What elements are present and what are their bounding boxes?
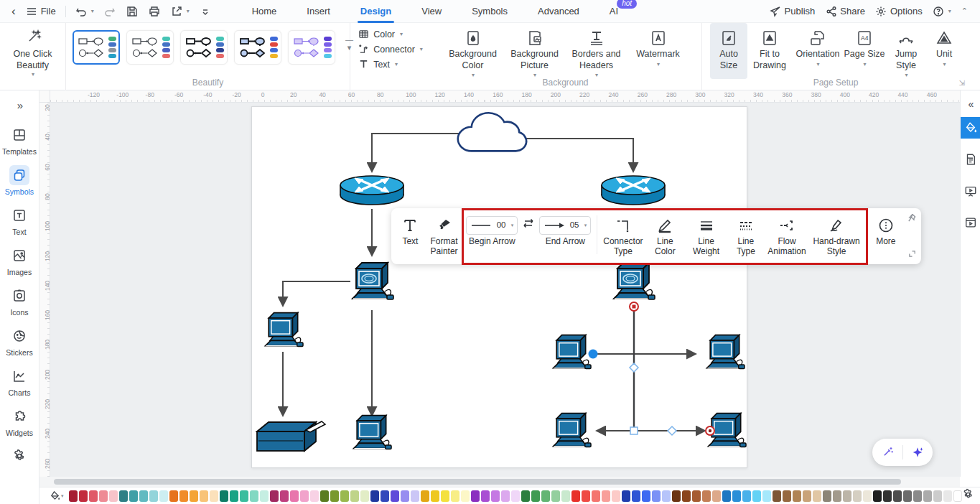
help-button[interactable]: ▾ <box>928 0 956 23</box>
color-swatch[interactable] <box>230 490 238 502</box>
options-button[interactable]: Options <box>870 0 928 23</box>
color-swatch[interactable] <box>933 490 942 502</box>
color-swatch[interactable] <box>561 490 570 502</box>
color-swatch[interactable] <box>682 490 691 502</box>
color-swatch[interactable] <box>863 490 872 502</box>
one-click-beautify-button[interactable]: One Click Beautify ▾ <box>1 23 65 78</box>
color-swatch[interactable] <box>702 490 711 502</box>
color-swatch[interactable] <box>169 490 178 502</box>
workstation-row1-left[interactable] <box>554 335 591 369</box>
ft-text-button[interactable]: Text <box>396 214 425 247</box>
color-swatch[interactable] <box>511 490 520 502</box>
tab-home[interactable]: Home <box>245 0 284 23</box>
server-right[interactable] <box>614 263 655 299</box>
color-swatch[interactable] <box>893 490 902 502</box>
sidebar-item-text[interactable]: Text <box>9 205 29 236</box>
swap-arrows-button[interactable] <box>522 214 535 233</box>
color-swatch[interactable] <box>79 490 88 502</box>
color-swatch[interactable] <box>421 490 429 502</box>
color-swatch[interactable] <box>360 490 369 502</box>
color-swatch[interactable] <box>461 490 470 502</box>
color-swatch[interactable] <box>300 490 309 502</box>
ft-end-arrow-control[interactable]: 05 ▾ End Arrow <box>536 214 594 247</box>
color-swatch[interactable] <box>190 490 198 502</box>
beautify-style-1[interactable] <box>73 30 120 65</box>
borders-headers-button[interactable]: Borders and Headers ▾ <box>566 23 627 79</box>
ft-line-color-button[interactable]: Line Color <box>646 214 685 257</box>
color-swatch[interactable] <box>99 490 108 502</box>
begin-arrow-dropdown[interactable]: 00 ▾ <box>466 216 518 235</box>
color-swatch[interactable] <box>873 490 882 502</box>
redo-button[interactable] <box>99 0 121 23</box>
color-swatch[interactable] <box>401 490 409 502</box>
color-swatch[interactable] <box>481 490 490 502</box>
color-swatch[interactable] <box>742 490 751 502</box>
color-swatch[interactable] <box>803 490 811 502</box>
text-menu[interactable]: Text ▾ <box>358 59 423 70</box>
ft-format-painter-button[interactable]: Format Painter <box>425 214 464 257</box>
palette-fill-button[interactable]: ▾ <box>50 490 64 501</box>
color-swatch[interactable] <box>290 490 299 502</box>
color-swatch[interactable] <box>270 490 279 502</box>
color-swatch[interactable] <box>632 490 640 502</box>
sidebar-item-symbols[interactable]: Symbols <box>5 165 34 196</box>
color-swatch[interactable] <box>89 490 98 502</box>
color-swatch[interactable] <box>220 490 228 502</box>
color-swatch[interactable] <box>783 490 791 502</box>
color-swatch[interactable] <box>692 490 701 502</box>
color-swatch[interactable] <box>149 490 158 502</box>
tab-insert[interactable]: Insert <box>299 0 337 23</box>
color-swatch[interactable] <box>240 490 248 502</box>
color-swatch[interactable] <box>179 490 188 502</box>
undo-button[interactable]: ▾ <box>70 0 99 23</box>
panel-presentation-button[interactable] <box>961 180 980 202</box>
sidebar-settings-button[interactable] <box>12 449 27 466</box>
color-swatch[interactable] <box>119 490 128 502</box>
ft-connector-type-button[interactable]: Connector Type <box>600 214 645 257</box>
color-swatch[interactable] <box>501 490 510 502</box>
color-swatch[interactable] <box>612 490 620 502</box>
sidebar-item-templates[interactable]: Templates <box>2 125 37 156</box>
printer[interactable] <box>257 421 325 451</box>
sidebar-expand-button[interactable]: » <box>17 99 22 111</box>
color-swatch[interactable] <box>260 490 269 502</box>
right-panel-expand-button[interactable]: « <box>969 98 973 110</box>
color-swatch[interactable] <box>903 490 912 502</box>
tab-advanced[interactable]: Advanced <box>531 0 587 23</box>
pin-toolbar-button[interactable] <box>907 213 916 225</box>
router-right[interactable] <box>602 176 665 205</box>
color-swatch[interactable] <box>521 490 530 502</box>
publish-button[interactable]: Publish <box>765 0 821 23</box>
color-swatch[interactable] <box>210 490 218 502</box>
color-swatch[interactable] <box>491 490 500 502</box>
color-swatch[interactable] <box>793 490 801 502</box>
color-swatch[interactable] <box>672 490 681 502</box>
color-swatch[interactable] <box>592 490 600 502</box>
color-swatch[interactable] <box>943 490 952 502</box>
page-setup-expand-icon[interactable]: ⇲ <box>959 79 965 87</box>
color-swatch[interactable] <box>883 490 892 502</box>
color-swatch[interactable] <box>571 490 580 502</box>
color-menu[interactable]: Color ▾ <box>358 29 423 39</box>
tab-ai[interactable]: AI hot <box>602 0 625 23</box>
color-swatch[interactable] <box>642 490 650 502</box>
end-arrow-dropdown[interactable]: 05 ▾ <box>539 216 591 235</box>
unit-button[interactable]: Unit ▾ <box>927 23 961 79</box>
collapse-toolbar-button[interactable]: ⌃ <box>956 0 973 23</box>
sidebar-item-charts[interactable]: Charts <box>9 366 31 397</box>
ft-begin-arrow-control[interactable]: 00 ▾ Begin Arrow <box>463 214 521 247</box>
color-swatch[interactable] <box>139 490 148 502</box>
share-button[interactable]: Share <box>820 0 870 23</box>
color-swatch[interactable] <box>582 490 590 502</box>
color-swatch[interactable] <box>320 490 329 502</box>
page-size-button[interactable]: A4 Page Size ▾ <box>844 23 885 79</box>
midpoint-handle-diamond2[interactable] <box>668 426 676 435</box>
tab-view[interactable]: View <box>414 0 449 23</box>
router-left[interactable] <box>340 176 403 205</box>
watermark-button[interactable]: Watermark ▾ <box>627 23 689 79</box>
print-button[interactable] <box>144 0 166 23</box>
ft-line-type-button[interactable]: Line Type <box>728 214 764 257</box>
background-color-button[interactable]: Background Color ▾ <box>442 23 504 79</box>
connector-menu[interactable]: Connector ▾ <box>358 44 423 55</box>
workstation-row2-left[interactable] <box>554 414 591 447</box>
